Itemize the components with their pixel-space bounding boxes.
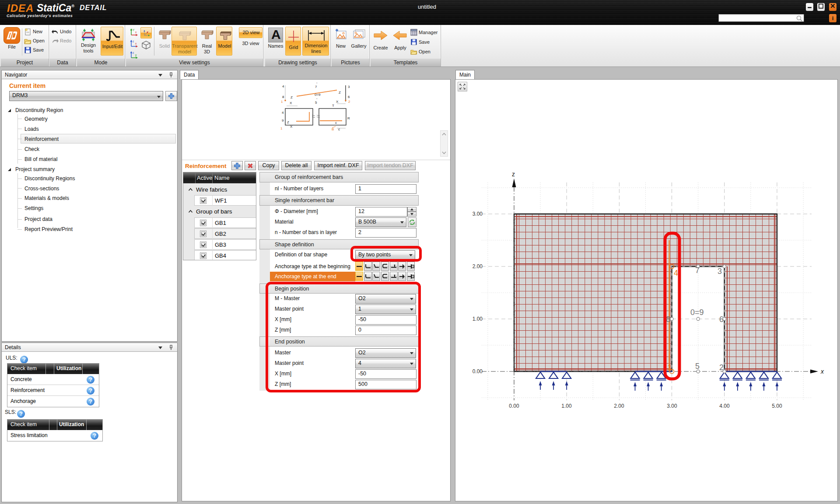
svg-text:x: x: [135, 31, 137, 34]
svg-text:x: x: [135, 42, 137, 45]
svg-text:Z: Z: [290, 95, 293, 99]
svg-text:2.00: 2.00: [472, 263, 483, 270]
svg-text:2: 2: [348, 100, 350, 104]
svg-text:6: 6: [348, 95, 350, 99]
svg-text:c: c: [338, 127, 340, 131]
svg-text:X: X: [290, 101, 292, 105]
svg-text:Y: Y: [133, 28, 135, 32]
svg-text:'': '': [316, 82, 317, 85]
svg-text:T: T: [332, 104, 334, 108]
svg-text:3: 3: [718, 267, 722, 276]
svg-text:2: 2: [719, 363, 724, 372]
svg-text:1: 1: [668, 363, 672, 372]
svg-text:3: 3: [348, 85, 350, 89]
svg-text:3.00: 3.00: [667, 403, 677, 409]
svg-text:z: z: [133, 40, 134, 43]
svg-text:8: 8: [282, 95, 284, 99]
svg-text:2.00: 2.00: [614, 403, 624, 409]
svg-text:4: 4: [674, 269, 678, 277]
svg-text:8: 8: [666, 315, 670, 324]
svg-text:z: z: [512, 171, 515, 178]
svg-text:3.00: 3.00: [472, 211, 483, 217]
svg-text:c: c: [335, 121, 337, 125]
svg-text:1: 1: [280, 126, 283, 130]
svg-text:z: z: [133, 51, 134, 54]
svg-text:1.00: 1.00: [472, 316, 483, 322]
svg-text:5: 5: [695, 362, 700, 371]
svg-text:Z: Z: [287, 120, 289, 124]
svg-text:9: 9: [282, 119, 284, 122]
svg-text:1.00: 1.00: [561, 403, 572, 409]
svg-text:0=9: 0=9: [690, 308, 704, 317]
svg-text:'': '': [316, 98, 317, 101]
svg-text:7: 7: [695, 266, 700, 275]
svg-text:B: B: [332, 127, 334, 131]
svg-text:1: 1: [281, 100, 283, 104]
svg-text:5: 5: [315, 101, 317, 105]
svg-text:Z: Z: [339, 91, 341, 94]
svg-text:4.00: 4.00: [719, 403, 730, 409]
svg-text:0.00: 0.00: [509, 403, 519, 409]
svg-text:0.00: 0.00: [472, 368, 483, 374]
svg-text:X: X: [336, 100, 339, 104]
svg-text:X: X: [290, 125, 293, 129]
svg-text:x: x: [820, 368, 824, 375]
svg-text:y: y: [135, 53, 137, 57]
svg-text:5.00: 5.00: [772, 403, 782, 409]
svg-text:6: 6: [719, 315, 724, 324]
svg-text:7: 7: [315, 85, 317, 89]
svg-text:R: R: [347, 116, 350, 120]
svg-text:4: 4: [282, 84, 284, 88]
svg-text:4: 4: [282, 111, 284, 115]
